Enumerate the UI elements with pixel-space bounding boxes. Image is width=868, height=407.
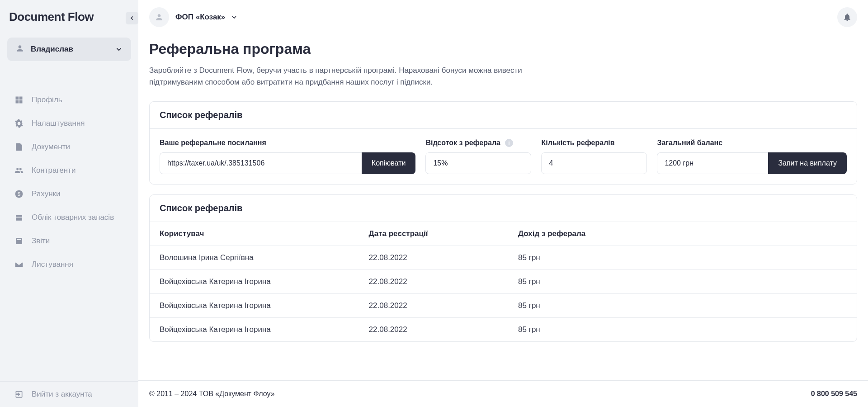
referral-stats-panel: Список рефералів Ваше реферальне посилан… — [149, 101, 857, 185]
sidebar-nav: Профіль Налаштування Документи Контраген… — [0, 70, 138, 381]
doc-icon — [14, 142, 24, 151]
balance-input — [657, 152, 768, 174]
cell-date: 22.08.2022 — [369, 301, 518, 310]
main: ФОП «Козак» Реферальна програма Заробляй… — [138, 0, 868, 407]
stat-label: Кількість рефералів — [541, 139, 647, 147]
sidebar-header: Document Flow — [0, 0, 138, 32]
sidebar: Document Flow Владислав Профіль Налаштув… — [0, 0, 138, 407]
nav-item-accounts[interactable]: $ Рахунки — [0, 182, 138, 206]
logout-button[interactable]: Вийти з аккаунта — [14, 390, 124, 399]
panel-title: Список рефералів — [150, 195, 857, 222]
cell-income: 85 грн — [518, 253, 847, 262]
stat-label: Загальний баланс — [657, 139, 847, 147]
chevron-down-icon — [115, 45, 123, 53]
col-income: Дохід з реферала — [518, 229, 847, 238]
percentage-input — [425, 152, 531, 174]
stat-balance: Загальний баланс Запит на виплату — [657, 139, 847, 174]
svg-text:$: $ — [18, 191, 21, 197]
cell-user: Волошина Ірина Сергіївна — [160, 253, 369, 262]
stat-count: Кількість рефералів — [541, 139, 647, 174]
cell-user: Войцехівська Катерина Ігорина — [160, 325, 369, 334]
col-date: Дата реєстрації — [369, 229, 518, 238]
user-profile-card[interactable]: Владислав — [7, 38, 131, 61]
gear-icon — [14, 119, 24, 128]
table-header: Користувач Дата реєстрації Дохід з рефер… — [150, 222, 857, 246]
nav-label: Контрагенти — [32, 166, 75, 175]
page-title: Реферальна програма — [149, 41, 857, 57]
referrals-table: Користувач Дата реєстрації Дохід з рефер… — [150, 222, 857, 341]
logout-icon — [14, 390, 24, 399]
org-selector[interactable]: ФОП «Козак» — [175, 13, 238, 22]
panel-title: Список рефералів — [150, 102, 857, 129]
support-phone: 0 800 509 545 — [811, 390, 857, 398]
table-row: Войцехівська Катерина Ігорина22.08.20228… — [150, 318, 857, 341]
org-name: ФОП «Козак» — [175, 13, 225, 22]
nav-item-profile[interactable]: Профіль — [0, 88, 138, 112]
stat-referral-link: Ваше реферальне посилання Копіювати — [160, 139, 415, 174]
report-icon — [14, 237, 24, 246]
sidebar-collapse-button[interactable] — [126, 12, 138, 24]
col-user: Користувач — [160, 229, 369, 238]
nav-label: Документи — [32, 142, 70, 151]
nav-label: Профіль — [32, 95, 62, 104]
cell-user: Войцехівська Катерина Ігорина — [160, 277, 369, 286]
referral-link-input[interactable] — [160, 152, 362, 174]
footer: © 2011 – 2024 ТОВ «Документ Флоу» 0 800 … — [138, 380, 868, 407]
nav-item-documents[interactable]: Документи — [0, 135, 138, 159]
nav-label: Звіти — [32, 237, 50, 246]
cell-income: 85 грн — [518, 277, 847, 286]
user-icon — [155, 13, 164, 22]
referrals-table-panel: Список рефералів Користувач Дата реєстра… — [149, 194, 857, 342]
content: Реферальна програма Заробляйте з Documen… — [138, 34, 868, 380]
page-intro: Заробляйте з Document Flow, беручи участ… — [149, 65, 524, 88]
logout-label: Вийти з аккаунта — [32, 390, 92, 399]
cell-date: 22.08.2022 — [369, 253, 518, 262]
payout-request-button[interactable]: Запит на виплату — [768, 152, 847, 174]
app-logo: Document Flow — [9, 10, 94, 24]
dollar-icon: $ — [14, 189, 24, 199]
table-row: Войцехівська Катерина Ігорина22.08.20228… — [150, 270, 857, 294]
bell-icon — [843, 13, 852, 22]
nav-item-inventory[interactable]: Облік товарних запасів — [0, 206, 138, 229]
cell-user: Войцехівська Катерина Ігорина — [160, 301, 369, 310]
store-icon — [14, 213, 24, 222]
nav-label: Листування — [32, 260, 73, 269]
cell-income: 85 грн — [518, 301, 847, 310]
nav-item-settings[interactable]: Налаштування — [0, 112, 138, 135]
svg-rect-2 — [17, 239, 21, 240]
chevron-left-icon — [129, 15, 135, 21]
nav-label: Налаштування — [32, 119, 85, 128]
nav-label: Облік товарних запасів — [32, 213, 114, 222]
stat-percentage: Відсоток з реферала i — [425, 139, 531, 174]
info-icon[interactable]: i — [505, 139, 513, 147]
notifications-button[interactable] — [837, 7, 857, 27]
nav-item-mail[interactable]: Листування — [0, 253, 138, 276]
copy-button[interactable]: Копіювати — [362, 152, 416, 174]
cell-income: 85 грн — [518, 325, 847, 334]
cell-date: 22.08.2022 — [369, 277, 518, 286]
copyright: © 2011 – 2024 ТОВ «Документ Флоу» — [149, 390, 275, 398]
table-row: Волошина Ірина Сергіївна22.08.202285 грн — [150, 246, 857, 270]
grid-icon — [14, 95, 24, 104]
count-input — [541, 152, 647, 174]
org-avatar — [149, 7, 169, 27]
stat-label: Ваше реферальне посилання — [160, 139, 415, 147]
user-icon — [15, 44, 24, 55]
topbar: ФОП «Козак» — [138, 0, 868, 34]
nav-item-reports[interactable]: Звіти — [0, 229, 138, 253]
nav-label: Рахунки — [32, 189, 61, 199]
table-row: Войцехівська Катерина Ігорина22.08.20228… — [150, 294, 857, 318]
mail-icon — [14, 260, 24, 269]
nav-item-contractors[interactable]: Контрагенти — [0, 159, 138, 182]
cell-date: 22.08.2022 — [369, 325, 518, 334]
chevron-down-icon — [231, 14, 238, 21]
user-name: Владислав — [31, 45, 108, 54]
stat-label: Відсоток з реферала i — [425, 139, 531, 147]
sidebar-footer: Вийти з аккаунта — [0, 381, 138, 407]
people-icon — [14, 166, 24, 175]
